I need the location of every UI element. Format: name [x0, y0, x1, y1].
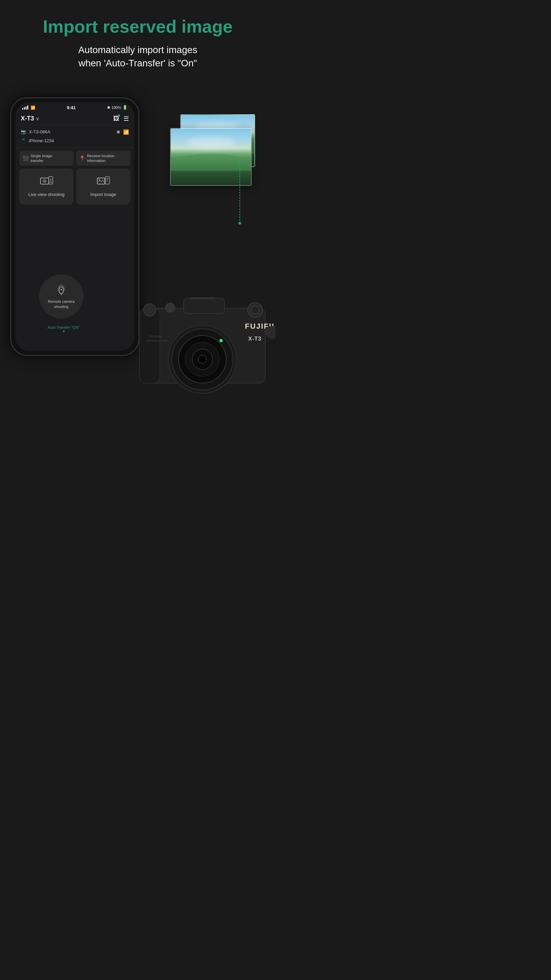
battery-percent: 100%	[111, 105, 121, 110]
phone-device-label: iPhone-1234	[29, 138, 54, 143]
transfer-btn-label: Single image transfer	[30, 153, 52, 163]
phone-screen: 📶 9:41 ✱ 100% 🔋 X-T3 ∨	[15, 102, 134, 351]
header-section: Import reserved image Automatically impo…	[0, 0, 275, 80]
svg-point-11	[60, 289, 62, 290]
camera-device-label: X-T3-086A	[29, 129, 50, 134]
live-view-label: Live view shooting	[28, 192, 64, 198]
camera-device-icon: 📷	[21, 129, 26, 134]
remote-camera-icon	[56, 283, 66, 297]
svg-point-23	[198, 355, 206, 363]
device-list: 📷 X-T3-086A ✱ 📶 📱 iPhone-1234	[15, 125, 134, 148]
phone-device-name: 📱 iPhone-1234	[21, 138, 54, 143]
signal-bar-1	[22, 108, 23, 110]
svg-point-2	[44, 181, 45, 182]
auto-transfer-dot	[63, 331, 65, 332]
svg-rect-29	[191, 298, 214, 299]
import-image-btn[interactable]: Import image	[76, 169, 130, 205]
device-wifi-icon: 📶	[123, 129, 129, 135]
subtitle: Automatically import images when 'Auto-T…	[14, 43, 262, 70]
wifi-icon: 📶	[30, 105, 35, 110]
receive-location-btn[interactable]: 📍 Receive location information	[76, 151, 130, 166]
header-icons: 🖼 ☰	[113, 115, 129, 123]
auto-transfer-label: Auto-Transfer "ON"	[48, 325, 79, 332]
app-header: X-T3 ∨ 🖼 ☰	[15, 113, 134, 125]
camera-svg: FUJIFILM X-T3 FUJINON ASPHERICAL LENS	[129, 281, 275, 410]
teal-connection-line	[223, 162, 257, 230]
live-view-icon	[40, 175, 53, 189]
remote-camera-circle[interactable]: Remote camera shooting	[39, 274, 83, 318]
phone-device-icon: 📱	[21, 138, 26, 143]
svg-point-28	[251, 306, 259, 314]
svg-text:X-T3: X-T3	[248, 336, 262, 342]
signal-bars	[22, 105, 28, 110]
location-btn-label: Receive location information	[87, 153, 114, 163]
svg-text:ASPHERICAL LENS: ASPHERICAL LENS	[146, 340, 168, 342]
phone-mockup: 📶 9:41 ✱ 100% 🔋 X-T3 ∨	[10, 97, 140, 356]
device-bluetooth-icon: ✱	[116, 129, 121, 135]
camera-selector[interactable]: X-T3 ∨	[21, 115, 39, 122]
status-time: 9:41	[67, 105, 76, 110]
camera-svg-container: FUJIFILM X-T3 FUJINON ASPHERICAL LENS	[129, 281, 275, 410]
notification-dot	[118, 115, 120, 117]
svg-point-4	[50, 179, 51, 180]
chevron-down-icon: ∨	[36, 116, 39, 121]
camera-device-name: 📷 X-T3-086A	[21, 129, 50, 134]
status-bar: 📶 9:41 ✱ 100% 🔋	[15, 102, 134, 113]
status-right: ✱ 100% 🔋	[107, 105, 127, 110]
live-view-shooting-btn[interactable]: Live view shooting	[19, 169, 73, 205]
location-icon: 📍	[79, 156, 85, 161]
svg-point-33	[143, 304, 156, 316]
single-image-transfer-btn[interactable]: ⬛ Single image transfer	[19, 151, 74, 166]
svg-rect-17	[140, 308, 160, 383]
svg-point-30	[219, 339, 223, 342]
page-container: Import reserved image Automatically impo…	[0, 0, 275, 410]
svg-text:FUJINON: FUJINON	[150, 335, 162, 338]
import-image-label: Import image	[91, 192, 116, 198]
device-item-phone[interactable]: 📱 iPhone-1234	[21, 137, 129, 145]
scene-container: 📶 9:41 ✱ 100% 🔋 X-T3 ∨	[0, 87, 275, 410]
svg-rect-5	[50, 181, 52, 183]
svg-rect-16	[184, 298, 224, 313]
camera-model-label: X-T3	[21, 115, 34, 122]
transfer-icon: ⬛	[23, 156, 29, 161]
menu-grid: Live view shooting	[19, 169, 130, 205]
bluetooth-icon: ✱	[107, 105, 110, 110]
device-status-icons: ✱ 📶	[116, 129, 129, 135]
battery-icon: 🔋	[122, 105, 127, 110]
signal-bar-3	[25, 107, 27, 110]
function-row: ⬛ Single image transfer 📍 Receive locati…	[19, 151, 130, 166]
gallery-icon-wrapper: 🖼	[113, 115, 119, 122]
remote-camera-label: Remote camera shooting	[48, 299, 75, 309]
signal-bar-4	[27, 105, 28, 110]
svg-point-26	[165, 303, 175, 312]
svg-point-8	[98, 179, 100, 180]
device-item-camera[interactable]: 📷 X-T3-086A ✱ 📶	[21, 127, 129, 137]
import-icon	[97, 175, 110, 189]
page-title: Import reserved image	[14, 17, 262, 37]
svg-point-14	[238, 222, 241, 224]
signal-bar-2	[24, 107, 25, 110]
status-left: 📶	[22, 105, 35, 110]
menu-icon[interactable]: ☰	[124, 115, 129, 123]
